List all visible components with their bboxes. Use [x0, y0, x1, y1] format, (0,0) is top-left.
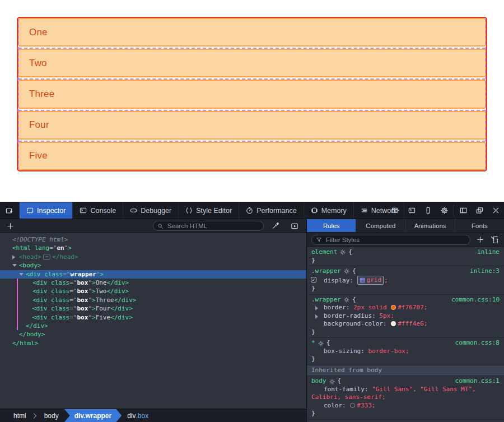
color-swatch[interactable] [391, 305, 396, 310]
add-node-icon[interactable] [4, 222, 16, 230]
eyedropper-icon[interactable] [268, 222, 283, 230]
rule-gear-icon[interactable] [329, 379, 335, 384]
collapse-arrow-icon[interactable] [19, 273, 24, 276]
search-html-input[interactable] [166, 222, 259, 230]
open-brace: { [326, 339, 330, 347]
markup-token: lang [31, 244, 49, 252]
markup-line[interactable]: <head>⋯</head> [0, 253, 306, 261]
markup-token: Four [96, 305, 111, 312]
rule-selector-row[interactable]: body{common.css:1 [307, 377, 504, 386]
markup-line[interactable]: <div class="box">One</div> [0, 279, 306, 287]
tab-performance[interactable]: Performance [239, 202, 304, 219]
filter-styles-input[interactable] [325, 236, 466, 244]
collapse-arrow-icon[interactable] [12, 264, 17, 267]
sidebar-tab-computed[interactable]: Computed [356, 219, 405, 232]
rule-source-link[interactable]: inline [477, 248, 500, 257]
markup-line[interactable]: </html> [0, 339, 306, 347]
markup-line[interactable]: <div class="wrapper"> [0, 270, 306, 279]
markup-line[interactable]: <!DOCTYPE html> [0, 235, 306, 244]
responsive-mode-icon[interactable] [420, 202, 436, 219]
close-icon[interactable] [488, 202, 504, 219]
css-declaration[interactable]: box-sizing: border-box; [307, 347, 504, 356]
markup-line[interactable]: </body> [0, 330, 306, 338]
markup-line[interactable]: <div class="box">Five</div> [0, 313, 306, 322]
search-html-box[interactable] [153, 221, 264, 231]
rule-selector[interactable]: element [311, 248, 337, 257]
rule-source-link[interactable]: inline:3 [470, 267, 500, 276]
separate-window-icon[interactable] [472, 202, 488, 219]
markup-token: class [48, 314, 70, 321]
tab-style-editor[interactable]: Style Editor [179, 202, 239, 219]
css-declaration[interactable]: border: 2px solid #f76707; [307, 304, 504, 312]
breadcrumb-item[interactable]: div.box [122, 409, 154, 422]
rule-gear-icon[interactable] [344, 297, 349, 303]
expand-shorthand-icon[interactable] [315, 314, 318, 319]
markup-line[interactable]: <div class="box">Two</div> [0, 287, 306, 295]
sidebar-tab-fonts[interactable]: Fonts [455, 219, 504, 232]
rule-source-link[interactable]: common.css:1 [455, 377, 500, 386]
element-picker-icon[interactable] [0, 202, 19, 219]
tab-debugger[interactable]: Debugger [123, 202, 179, 219]
rule-selector-row[interactable]: *{common.css:8 [307, 339, 504, 347]
rule-selector[interactable]: * [311, 339, 315, 347]
dock-side-icon[interactable] [455, 202, 472, 219]
rule-selector-row[interactable]: .wrapper{inline:3 [307, 267, 504, 276]
tab-inspector[interactable]: Inspector [19, 202, 73, 219]
add-rule-icon[interactable] [475, 236, 485, 243]
rule-gear-icon[interactable] [344, 268, 349, 274]
rule-selector[interactable]: .wrapper [311, 267, 341, 276]
css-declaration[interactable]: color: #333; [307, 402, 504, 410]
markup-line[interactable]: <div class="box">Four</div> [0, 304, 306, 313]
css-rule: *{common.css:8box-sizing: border-box;} [307, 338, 504, 365]
rule-source-link[interactable]: common.css:8 [455, 339, 500, 347]
rule-source-link[interactable]: common.css:10 [451, 296, 500, 304]
markup-line[interactable]: <div class="box">Three</div> [0, 296, 306, 304]
sidebar-tab-animations[interactable]: Animations [406, 219, 455, 232]
close-brace: } [307, 410, 504, 418]
tab-label: Console [90, 207, 116, 215]
tab-console[interactable]: Console [73, 202, 123, 219]
css-declaration[interactable]: border-radius: 5px; [307, 312, 504, 321]
rule-gear-icon[interactable] [340, 249, 346, 255]
collapsed-content-badge[interactable]: ⋯ [43, 254, 50, 260]
color-swatch[interactable] [391, 321, 396, 326]
pseudo-class-panel-icon[interactable] [489, 236, 500, 244]
markup-line[interactable]: <html lang="en"> [0, 244, 306, 252]
rule-selector[interactable]: body [311, 377, 326, 386]
rule-selector-row[interactable]: .wrapper{common.css:10 [307, 296, 504, 304]
grid-highlighter-badge[interactable]: grid [357, 276, 384, 285]
semicolon: ; [424, 320, 428, 327]
property-value: border-box [368, 347, 405, 355]
grid-box: Two [18, 49, 486, 77]
declaration-checkbox[interactable]: ✓ [311, 277, 316, 282]
expand-arrow-icon[interactable] [12, 255, 15, 259]
markup-token: > [92, 279, 96, 286]
rule-selector-row[interactable]: element{inline [307, 248, 504, 257]
split-console-icon[interactable] [404, 202, 420, 219]
sidebar-tab-rules[interactable]: Rules [307, 219, 356, 232]
markup-token: " [88, 305, 92, 312]
iframe-picker-icon[interactable] [388, 202, 404, 219]
css-declaration[interactable]: font-family: "Gill Sans", "Gill Sans MT"… [307, 386, 504, 402]
filter-styles-box[interactable] [311, 235, 470, 245]
pane-play-icon[interactable] [287, 222, 302, 230]
markup-view[interactable]: <!DOCTYPE html><html lang="en"><head>⋯</… [0, 233, 306, 409]
expand-shorthand-icon[interactable] [315, 306, 318, 310]
markup-line[interactable]: <body> [0, 261, 306, 270]
breadcrumb-item[interactable]: body [39, 409, 64, 422]
markup-token: =" [69, 314, 77, 321]
breadcrumb-item[interactable]: div.wrapper [64, 409, 122, 422]
rule-gear-icon[interactable] [318, 341, 324, 346]
markup-token: =" [69, 305, 77, 312]
markup-line[interactable]: </div> [0, 322, 306, 330]
settings-icon[interactable] [436, 202, 452, 219]
breadcrumb-item[interactable]: html [8, 409, 32, 422]
rule-selector[interactable]: .wrapper [311, 296, 341, 304]
markup-token: <div [32, 287, 48, 295]
markup-token: <div [32, 296, 48, 304]
css-declaration[interactable]: ✓display: grid; [307, 276, 504, 285]
rules-view[interactable]: element{inline}.wrapper{inline:3✓display… [307, 247, 504, 422]
color-swatch[interactable] [350, 403, 355, 408]
tab-memory[interactable]: Memory [304, 202, 354, 219]
css-declaration[interactable]: background-color: #fff4e6; [307, 320, 504, 328]
